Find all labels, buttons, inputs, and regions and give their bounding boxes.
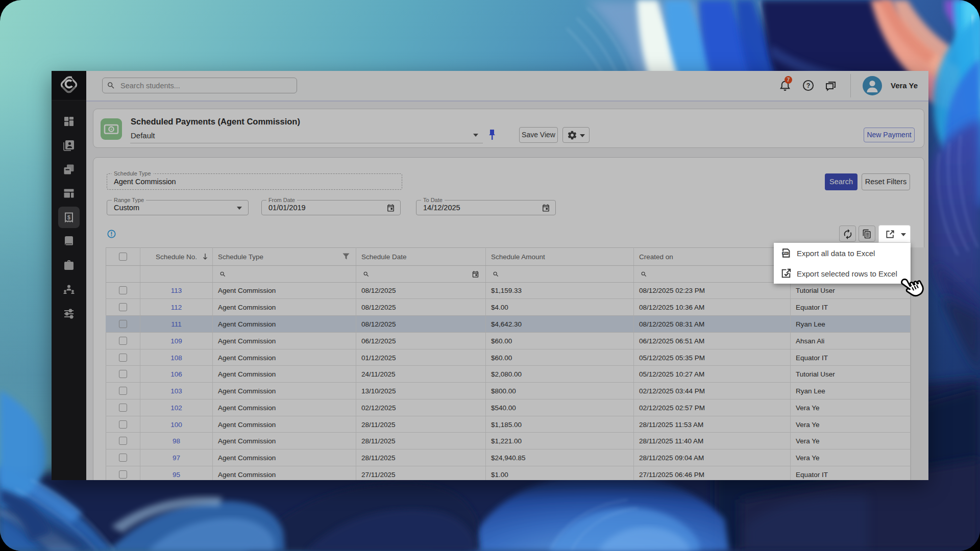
svg-text:xlsx: xlsx xyxy=(783,252,788,255)
